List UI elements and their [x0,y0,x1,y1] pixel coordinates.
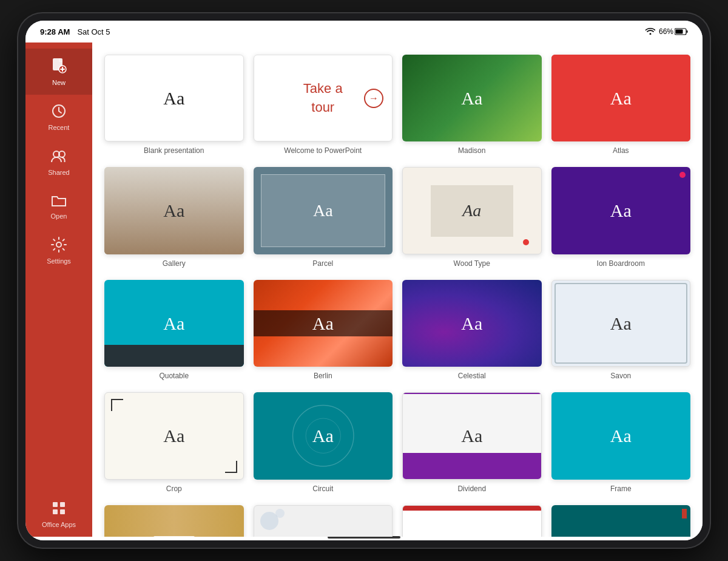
template-thumb-ion-boardroom: Aa [551,167,691,254]
template-name-berlin: Berlin [314,372,332,380]
ion-boardroom-pin [679,172,686,178]
svg-rect-10 [60,502,65,507]
wifi-icon [645,27,655,36]
template-madison[interactable]: Aa Madison [402,55,542,155]
template-quotable[interactable]: Aa Quotable [104,280,244,380]
sidebar-label-open: Open [51,212,67,220]
sidebar-item-recent[interactable]: Recent [25,95,92,140]
template-thumb-ion: Aa [551,505,691,537]
sidebar-item-shared[interactable]: Shared [25,140,92,185]
template-blank[interactable]: Aa Blank presentation [104,55,244,155]
template-woodtype[interactable]: Aa Wood Type [402,167,542,267]
template-name-atlas: Atlas [613,146,629,155]
template-gallery[interactable]: Aa Gallery [104,167,244,267]
tour-arrow-icon: → [364,89,383,108]
woodtype-dot [523,239,529,245]
svg-rect-2 [676,30,683,34]
svg-rect-12 [60,509,65,514]
sidebar-label-office-apps: Office Apps [42,521,76,528]
template-celestial[interactable]: Aa Celestial [402,280,542,380]
template-thumb-gallery: Aa [104,167,244,254]
template-name-crop: Crop [166,484,182,493]
status-date: Sat Oct 5 [77,27,110,36]
template-name-gallery: Gallery [163,259,186,268]
svg-rect-11 [53,509,58,514]
parcel-inner-box: Aa [261,174,386,246]
crop-bracket-tl [111,399,123,411]
template-name-tour: Welcome to PowerPoint [284,146,362,155]
template-organic[interactable]: Aa Organic [104,505,244,537]
ion-flag [682,509,687,518]
sidebar: New Recent [25,42,92,537]
tour-text-line1: Take a [303,81,343,97]
sidebar-item-settings[interactable]: Settings [25,228,92,273]
template-thumb-woodtype: Aa [402,167,542,254]
svg-rect-9 [53,502,58,507]
template-name-madison: Madison [458,146,485,155]
office-apps-icon [52,501,66,518]
template-thumb-droplet: Aa [254,505,393,537]
template-thumb-celestial: Aa [402,280,542,367]
template-name-woodtype: Wood Type [454,259,490,268]
template-atlas[interactable]: Aa Atlas [551,55,691,155]
status-icons: 66% [645,27,688,36]
template-dividend[interactable]: Aa Dividend [402,392,542,492]
app-layout: New Recent [25,42,703,537]
template-thumb-berlin: Aa [254,280,393,367]
template-main-event[interactable]: Aa Main Event [402,505,542,537]
templates-grid: Aa Blank presentation Take a tour → [104,55,690,537]
crop-bracket-br [225,461,237,473]
template-ion[interactable]: Aa Ion [551,505,691,537]
svg-point-8 [56,242,61,247]
template-parcel[interactable]: Aa Parcel [254,167,393,267]
template-thumb-savon: Aa [551,280,691,367]
template-name-savon: Savon [610,372,631,380]
settings-icon [51,237,67,255]
main-event-top-stripe [403,506,541,511]
template-thumb-blank: Aa [104,55,244,141]
template-thumb-crop: Aa [104,392,244,479]
status-time: 9:28 AM [40,27,70,36]
template-savon[interactable]: Aa Savon [551,280,691,380]
device-screen: 9:28 AM Sat Oct 5 66% [25,21,703,540]
template-thumb-quotable: Aa [104,280,244,367]
sidebar-label-shared: Shared [48,169,69,176]
sidebar-label-new: New [52,79,66,86]
template-circuit[interactable]: Aa Circuit [254,392,393,492]
template-name-frame: Frame [610,484,632,493]
template-thumb-madison: Aa [402,55,542,141]
template-tour[interactable]: Take a tour → Welcome to PowerPoint [254,55,393,155]
tour-text-line2: tour [311,100,334,115]
quotable-bottom-bar [104,345,244,367]
sidebar-item-new[interactable]: New [25,49,92,95]
recent-icon [51,103,67,121]
template-thumb-dividend: Aa [402,392,542,479]
open-icon [50,193,67,210]
shared-icon [50,148,67,166]
template-berlin[interactable]: Aa Berlin [254,280,393,380]
template-thumb-main-event: Aa [402,505,542,537]
svg-rect-1 [687,30,688,33]
template-thumb-organic: Aa [104,505,244,537]
battery-icon: 66% [659,27,688,36]
template-droplet[interactable]: Aa Droplet [254,505,393,537]
status-bar: 9:28 AM Sat Oct 5 66% [25,21,703,42]
template-crop[interactable]: Aa Crop [104,392,244,492]
template-thumb-frame: Aa [551,392,691,479]
sidebar-item-open[interactable]: Open [25,185,92,228]
template-name-parcel: Parcel [312,259,333,268]
device-frame: 9:28 AM Sat Oct 5 66% [18,13,710,548]
sidebar-label-settings: Settings [47,257,71,265]
template-name-blank: Blank presentation [144,146,204,155]
template-frame[interactable]: Aa Frame [551,392,691,492]
template-thumb-tour: Take a tour → [254,55,393,141]
template-name-ion-boardroom: Ion Boardroom [597,259,645,268]
template-thumb-atlas: Aa [551,55,691,141]
template-thumb-circuit: Aa [254,392,393,479]
sidebar-label-recent: Recent [49,124,70,131]
bottom-bar [25,537,703,540]
main-content[interactable]: Aa Blank presentation Take a tour → [92,42,703,537]
template-name-circuit: Circuit [312,484,333,493]
sidebar-item-office-apps[interactable]: Office Apps [25,492,92,537]
template-ion-boardroom[interactable]: Aa Ion Boardroom [551,167,691,267]
